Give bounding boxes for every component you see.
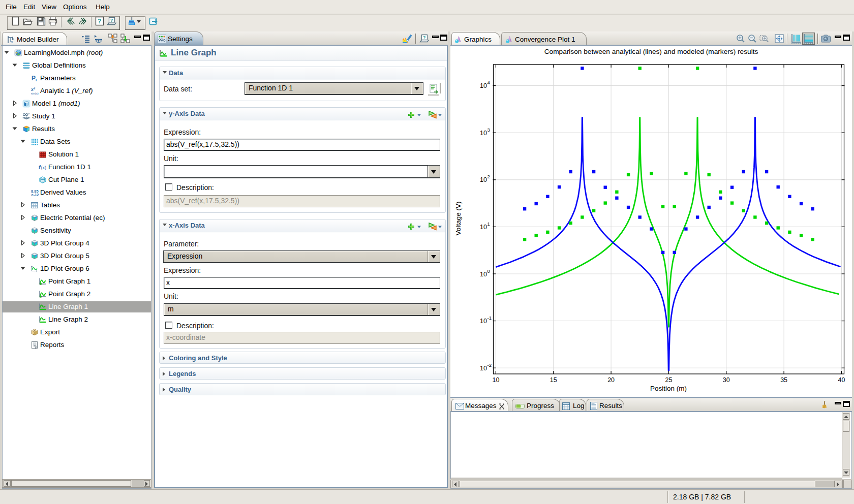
svg-text:0: 0: [487, 268, 490, 274]
svg-text:?: ?: [423, 35, 426, 40]
svg-text:25: 25: [665, 376, 672, 384]
svg-text:20: 20: [607, 376, 615, 384]
svg-text:?: ?: [98, 18, 101, 25]
svg-text:P: P: [32, 75, 36, 82]
svg-text:2: 2: [487, 174, 490, 179]
svg-text:-1: -1: [487, 315, 492, 321]
svg-text:30: 30: [723, 376, 730, 384]
svg-text:10: 10: [480, 271, 487, 278]
svg-text:?: ?: [110, 18, 113, 23]
svg-text:10: 10: [480, 224, 487, 231]
svg-text:-2: -2: [487, 362, 492, 368]
svg-text:Comparison between analytical: Comparison between analytical (lines) an…: [544, 48, 758, 55]
svg-text:i: i: [36, 78, 37, 82]
svg-text:Voltage (V): Voltage (V): [454, 202, 462, 236]
svg-text:10: 10: [492, 376, 499, 384]
svg-text:15: 15: [550, 376, 557, 384]
svg-text:x²: x²: [30, 87, 36, 92]
svg-text:Position (m): Position (m): [650, 385, 687, 392]
svg-text:10: 10: [480, 176, 487, 183]
svg-text:4: 4: [487, 80, 490, 85]
svg-text:e-12: e-12: [32, 193, 39, 197]
svg-text:10: 10: [480, 365, 487, 372]
svg-text:3: 3: [487, 127, 490, 133]
svg-text:sin(x): sin(x): [31, 92, 39, 95]
svg-text:10: 10: [480, 130, 487, 137]
svg-text:(x): (x): [41, 165, 47, 170]
svg-text:10: 10: [480, 318, 487, 325]
svg-text:1: 1: [487, 221, 490, 227]
svg-text:35: 35: [780, 376, 787, 384]
svg-text:10: 10: [480, 82, 487, 89]
svg-text:40: 40: [838, 376, 845, 384]
